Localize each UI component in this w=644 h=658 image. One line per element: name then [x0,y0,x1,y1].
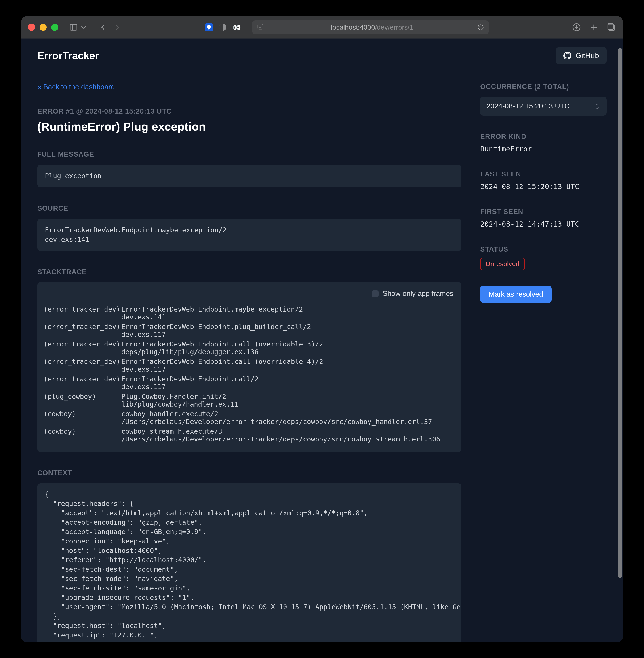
zoom-window-button[interactable] [51,24,58,31]
stacktrace-row: (error_tracker_dev)ErrorTrackerDevWeb.En… [44,374,455,392]
stacktrace-label: STACKTRACE [37,268,461,276]
stacktrace-frame: cowboy_stream_h.execute/3 /Users/crbelau… [121,426,455,444]
chevron-down-icon [594,103,600,110]
error-kind-label: ERROR KIND [480,133,607,141]
address-bar[interactable]: localhost:4000/dev/errors/1 [252,20,489,34]
stacktrace-app: (error_tracker_dev) [44,357,121,374]
show-only-app-frames-checkbox[interactable] [372,290,378,297]
show-only-app-frames-label: Show only app frames [383,289,453,298]
occurrence-select-value: 2024-08-12 15:20:13 UTC [486,102,570,110]
status-badge: Unresolved [480,258,525,270]
stacktrace-frame: ErrorTrackerDevWeb.Endpoint.call (overri… [121,357,455,374]
stacktrace-app: (cowboy) [44,409,121,426]
app-header: ErrorTracker GitHub [21,39,623,72]
occurrence-label: OCCURRENCE (2 TOTAL) [480,83,607,91]
stacktrace-app: (error_tracker_dev) [44,339,121,357]
stacktrace-row: (plug_cowboy)Plug.Cowboy.Handler.init/2 … [44,392,455,409]
window-controls [28,24,58,31]
stacktrace-row: (error_tracker_dev)ErrorTrackerDevWeb.En… [44,304,455,322]
stacktrace-box: Show only app frames (error_tracker_dev)… [37,282,461,452]
stacktrace-frame: ErrorTrackerDevWeb.Endpoint.call/2 dev.e… [121,374,455,392]
github-link-button[interactable]: GitHub [556,47,607,64]
error-title: (RuntimeError) Plug exception [37,120,461,133]
stacktrace-frame: ErrorTrackerDevWeb.Endpoint.maybe_except… [121,304,455,322]
stacktrace-app: (cowboy) [44,426,121,444]
stacktrace-row: (error_tracker_dev)ErrorTrackerDevWeb.En… [44,339,455,357]
nav-forward-button[interactable] [113,23,122,32]
full-message-box: Plug exception [37,164,461,188]
stacktrace-frame: ErrorTrackerDevWeb.Endpoint.plug_builder… [121,322,455,339]
page-content: ErrorTracker GitHub « Back to the dashbo… [21,39,623,642]
stacktrace-app: (error_tracker_dev) [44,304,121,322]
scrollbar-thumb[interactable] [618,48,622,578]
source-box: ErrorTrackerDevWeb.Endpoint.maybe_except… [37,219,461,251]
downloads-button[interactable] [572,23,581,32]
mark-as-resolved-button[interactable]: Mark as resolved [480,286,552,303]
stacktrace-table: (error_tracker_dev)ErrorTrackerDevWeb.En… [44,304,455,444]
page-scrollbar[interactable] [617,39,623,642]
tab-overview-button[interactable] [607,23,616,32]
bitwarden-extension-icon[interactable] [205,23,213,31]
nav-back-button[interactable] [98,23,108,32]
browser-window: 👀 localhost:4000/dev/errors/1 [21,16,623,642]
error-meta: ERROR #1 @ 2024-08-12 15:20:13 UTC [37,107,461,115]
url-text: localhost:4000/dev/errors/1 [267,23,477,31]
stacktrace-frame: ErrorTrackerDevWeb.Endpoint.call (overri… [121,339,455,357]
app-brand: ErrorTracker [37,50,99,62]
svg-rect-0 [70,24,77,30]
stacktrace-app: (plug_cowboy) [44,392,121,409]
stacktrace-frame: cowboy_handler.execute/2 /Users/crbelaus… [121,409,455,426]
first-seen-value: 2024-08-12 14:47:13 UTC [480,220,607,228]
new-tab-button[interactable] [589,23,599,32]
sidebar-toggle-button[interactable] [69,23,88,32]
first-seen-label: FIRST SEEN [480,208,607,216]
stacktrace-row: (error_tracker_dev)ErrorTrackerDevWeb.En… [44,322,455,339]
privacy-extension-icon[interactable] [219,24,226,31]
stacktrace-app: (error_tracker_dev) [44,322,121,339]
context-label: CONTEXT [37,469,461,477]
stacktrace-app: (error_tracker_dev) [44,374,121,392]
error-kind-value: RuntimeError [480,145,607,153]
reload-button[interactable] [477,24,484,31]
last-seen-label: LAST SEEN [480,170,607,178]
site-info-icon[interactable] [257,23,264,31]
occurrence-select[interactable]: 2024-08-12 15:20:13 UTC [480,96,607,116]
status-label: STATUS [480,245,607,254]
full-message-label: FULL MESSAGE [37,150,461,158]
stacktrace-row: (cowboy)cowboy_handler.execute/2 /Users/… [44,409,455,426]
context-box: { "request.headers": { "accept": "text/h… [37,483,461,642]
extension-icons: 👀 [205,23,241,31]
minimize-window-button[interactable] [40,24,47,31]
raycast-extension-icon[interactable]: 👀 [233,23,241,31]
stacktrace-row: (cowboy)cowboy_stream_h.execute/3 /Users… [44,426,455,444]
last-seen-value: 2024-08-12 15:20:13 UTC [480,182,607,191]
svg-rect-7 [608,24,613,29]
back-to-dashboard-link[interactable]: « Back to the dashboard [37,83,461,91]
svg-rect-6 [609,25,615,31]
stacktrace-row: (error_tracker_dev)ErrorTrackerDevWeb.En… [44,357,455,374]
browser-titlebar: 👀 localhost:4000/dev/errors/1 [21,16,623,39]
close-window-button[interactable] [28,24,35,31]
svg-rect-2 [258,24,263,29]
source-label: SOURCE [37,204,461,213]
stacktrace-frame: Plug.Cowboy.Handler.init/2 lib/plug/cowb… [121,392,455,409]
